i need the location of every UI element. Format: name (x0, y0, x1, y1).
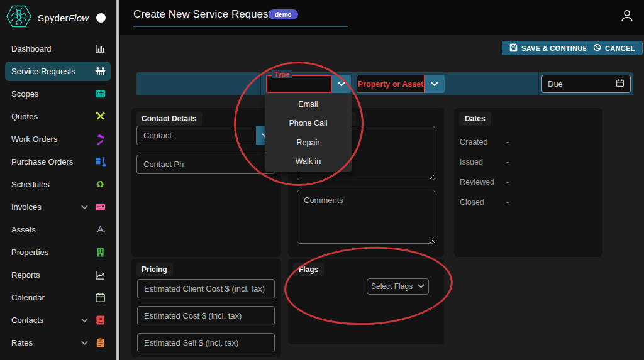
sidebar-item-reports[interactable]: Reports (5, 265, 111, 285)
sidebar-scrollbar[interactable] (116, 0, 120, 360)
menu-item-phone-call[interactable]: Phone Call (265, 114, 352, 133)
contact-card-icon (94, 315, 106, 326)
sidebar-item-label: Quotes (11, 112, 38, 121)
sidebar-item-label: Purchase Orders (11, 157, 73, 166)
sidebar-item-label: Reports (11, 270, 40, 280)
date-label: Closed (460, 198, 506, 207)
sidebar-item-label: Calendar (11, 293, 45, 302)
type-select-label: Type (272, 70, 292, 78)
sidebar-item-invoices[interactable]: Invoices (5, 197, 111, 217)
demo-badge: demo (269, 9, 298, 19)
contact-select-placeholder: Contact (143, 131, 172, 140)
sidebar-item-label: Dashboard (11, 44, 52, 53)
due-date-input[interactable] (548, 79, 616, 89)
sidebar-item-purchase-orders[interactable]: Purchase Orders (5, 152, 111, 172)
sidebar-item-quotes[interactable]: Quotes (5, 107, 111, 126)
building-icon (94, 247, 106, 258)
sidebar-item-label: Contacts (11, 315, 43, 325)
dates-title: Dates (459, 112, 491, 126)
date-label: Created (460, 138, 506, 146)
pricing-title: Pricing (136, 263, 173, 276)
calendar-icon (94, 292, 106, 303)
cancel-button[interactable]: CANCEL (586, 41, 643, 55)
brand-name: SpyderFlow (38, 13, 89, 23)
bar-chart-icon (94, 43, 106, 55)
sidebar: SpyderFlow Dashboard Service Requests Sc… (0, 0, 116, 360)
sidebar-item-contacts[interactable]: Contacts (5, 310, 111, 330)
type-dropdown-menu: Email Phone Call Repair Walk in (265, 94, 352, 172)
sidebar-item-assets[interactable]: Assets (5, 220, 111, 239)
flags-title: Flags (293, 263, 324, 276)
toolbar-divider (538, 72, 539, 95)
date-value: - (506, 138, 509, 146)
sidebar-item-label: Assets (11, 225, 36, 234)
waveform-icon (94, 224, 106, 236)
crossed-tools-icon (94, 111, 106, 123)
save-continue-button[interactable]: SAVE & CONTINUE (502, 41, 595, 55)
contact-details-title: Contact Details (136, 112, 202, 126)
sidebar-item-label: Invoices (11, 202, 42, 212)
person-icon (619, 8, 635, 26)
estimated-cost-input[interactable] (137, 306, 275, 325)
title-underline (133, 26, 348, 27)
account-button[interactable] (618, 8, 636, 26)
estimated-client-cost-input[interactable] (137, 279, 275, 298)
property-select-chevron-button[interactable] (425, 75, 445, 93)
due-date-field[interactable] (541, 75, 631, 93)
property-or-asset-select[interactable]: Property or Asset (357, 75, 425, 93)
list-card-icon (94, 89, 106, 100)
date-label: Issued (460, 158, 506, 166)
type-select[interactable]: Type (266, 75, 332, 93)
app-window: SpyderFlow Dashboard Service Requests Sc… (0, 0, 644, 360)
type-select-chevron-button[interactable] (332, 75, 351, 93)
pricing-panel: Pricing (131, 259, 281, 357)
sidebar-item-calendar[interactable]: Calendar (5, 288, 111, 307)
contact-details-panel: Contact Details Contact (131, 108, 281, 257)
sidebar-item-schedules[interactable]: Schedules ♻ (5, 175, 111, 194)
chevron-down-icon (81, 341, 88, 346)
sidebar-item-label: Schedules (11, 180, 50, 189)
date-row: Reviewed - (454, 172, 602, 192)
menu-item-repair[interactable]: Repair (265, 133, 352, 152)
save-button-label: SAVE & CONTINUE (521, 45, 587, 52)
request-toolbar: Type Property or Asset (136, 72, 633, 95)
sidebar-item-label: Properties (11, 248, 48, 257)
top-header: Create New Service Request demo (120, 0, 644, 35)
comments-textarea[interactable] (297, 190, 435, 244)
sidebar-item-scopes[interactable]: Scopes (5, 84, 111, 104)
date-value: - (506, 178, 509, 187)
spider-logo-icon (5, 3, 33, 33)
status-dot (96, 13, 106, 23)
sidebar-item-properties[interactable]: Properties (5, 243, 111, 262)
menu-item-email[interactable]: Email (265, 95, 352, 114)
sidebar-item-label: Rates (11, 338, 33, 347)
chevron-down-icon (81, 318, 88, 323)
sidebar-item-dashboard[interactable]: Dashboard (5, 39, 111, 58)
sidebar-nav: Dashboard Service Requests Scopes (0, 35, 116, 352)
cancel-button-label: CANCEL (605, 45, 635, 52)
page-title: Create New Service Request (133, 8, 271, 21)
line-chart-icon (94, 270, 106, 281)
contact-select[interactable]: Contact (136, 126, 275, 145)
sidebar-item-rates[interactable]: Rates (5, 333, 111, 352)
flags-panel: Flags Select Flags (288, 259, 444, 344)
sidebar-item-work-orders[interactable]: Work Orders (5, 129, 111, 149)
select-flags-label: Select Flags (371, 282, 413, 291)
date-value: - (506, 198, 509, 207)
sidebar-item-label: Work Orders (11, 134, 57, 144)
sidebar-item-service-requests[interactable]: Service Requests (5, 62, 111, 81)
carry-team-icon (94, 66, 106, 77)
date-value: - (506, 158, 509, 166)
hand-truck-icon (94, 156, 106, 168)
clipboard-icon (94, 337, 106, 349)
main-content: SAVE & CONTINUE CANCEL Type Property or … (120, 35, 644, 360)
sidebar-item-label: Service Requests (11, 67, 75, 76)
estimated-sell-input[interactable] (137, 333, 275, 352)
toolbar-divider (260, 72, 261, 95)
date-row: Issued - (454, 152, 602, 172)
property-or-asset-label: Property or Asset (358, 80, 423, 89)
menu-item-walk-in[interactable]: Walk in (265, 152, 352, 171)
contact-phone-input[interactable] (136, 155, 275, 174)
chevron-down-icon (81, 205, 88, 210)
select-flags-button[interactable]: Select Flags (367, 278, 429, 295)
